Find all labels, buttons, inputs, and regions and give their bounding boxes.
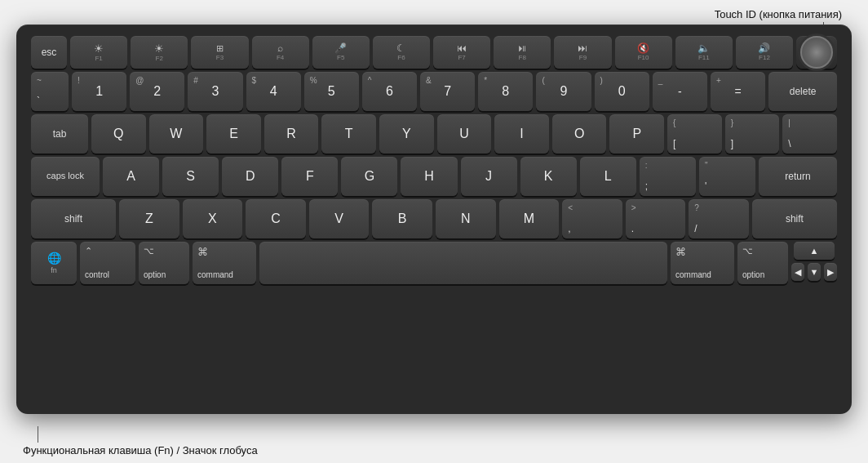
m-key[interactable]: M: [499, 199, 560, 238]
minus-key[interactable]: _ -: [653, 72, 707, 111]
control-key[interactable]: ⌃ control: [80, 242, 135, 284]
4-key[interactable]: $ 4: [246, 72, 301, 111]
touch-id-key[interactable]: [796, 36, 837, 69]
b-key[interactable]: B: [372, 199, 432, 238]
n-key[interactable]: N: [436, 199, 496, 238]
o-key[interactable]: O: [552, 114, 607, 154]
0-key[interactable]: ) 0: [595, 72, 649, 111]
v-key[interactable]: V: [309, 199, 370, 238]
f-key[interactable]: F: [281, 157, 338, 196]
command-left-key[interactable]: ⌘ command: [193, 242, 256, 284]
fn-globe-label: Функциональная клавиша (Fn) / Значок гло…: [23, 444, 258, 456]
k-key[interactable]: K: [520, 157, 577, 196]
f4-key[interactable]: ⌕ F4: [252, 36, 309, 69]
2-key[interactable]: @ 2: [130, 72, 184, 111]
comma-key[interactable]: < ,: [562, 199, 622, 238]
u-key[interactable]: U: [437, 114, 492, 154]
equals-key[interactable]: + =: [711, 72, 765, 111]
option-right-key[interactable]: ⌥ option: [737, 242, 788, 284]
f2-key[interactable]: ☀ F2: [131, 36, 188, 69]
z-key[interactable]: Z: [119, 199, 179, 238]
c-key[interactable]: C: [246, 199, 306, 238]
y-key[interactable]: Y: [379, 114, 434, 154]
d-key[interactable]: D: [222, 157, 278, 196]
rbracket-key[interactable]: } ]: [725, 114, 780, 154]
7-key[interactable]: & 7: [420, 72, 475, 111]
space-key[interactable]: [259, 242, 667, 284]
shift-right-key[interactable]: shift: [752, 199, 837, 238]
quote-key[interactable]: " ': [699, 157, 755, 196]
zxcv-row: shift Z X C V B N M < , > . ? / shift: [31, 199, 837, 238]
e-key[interactable]: E: [206, 114, 261, 154]
backslash-key[interactable]: | \: [782, 114, 837, 154]
3-key[interactable]: # 3: [188, 72, 242, 111]
caps-lock-key[interactable]: caps lock: [31, 157, 100, 196]
p-key[interactable]: P: [609, 114, 664, 154]
esc-key[interactable]: esc: [31, 36, 67, 69]
f3-key[interactable]: ⊞ F3: [191, 36, 248, 69]
r-key[interactable]: R: [264, 114, 319, 154]
1-key[interactable]: ! 1: [72, 72, 126, 111]
arrow-right-key[interactable]: ▶: [824, 263, 837, 281]
slash-key[interactable]: ? /: [689, 199, 749, 238]
f9-key[interactable]: ⏭ F9: [554, 36, 611, 69]
touch-id-label: Touch ID (кнопка питания): [715, 8, 842, 20]
s-key[interactable]: S: [162, 157, 219, 196]
tab-key[interactable]: tab: [31, 114, 88, 154]
6-key[interactable]: ^ 6: [362, 72, 417, 111]
l-key[interactable]: L: [580, 157, 636, 196]
bottom-row: 🌐 fn ⌃ control ⌥ option ⌘ command: [31, 242, 837, 284]
x-key[interactable]: X: [183, 199, 243, 238]
f10-key[interactable]: 🔇 F10: [615, 36, 672, 69]
lbracket-key[interactable]: { [: [667, 114, 722, 154]
f6-key[interactable]: ☾ F6: [373, 36, 430, 69]
backtick-key[interactable]: ~ `: [31, 72, 69, 111]
f11-key[interactable]: 🔈 F11: [675, 36, 733, 69]
f1-key[interactable]: ☀ F1: [70, 36, 127, 69]
arrow-left-key[interactable]: ◀: [791, 263, 804, 281]
period-key[interactable]: > .: [626, 199, 686, 238]
fn-key-row: esc ☀ F1 ☀ F2 ⊞ F3 ⌕ F4 🎤 F5: [31, 36, 837, 69]
fn-globe-key[interactable]: 🌐 fn: [31, 242, 77, 284]
f12-key[interactable]: 🔊 F12: [736, 36, 793, 69]
command-right-key[interactable]: ⌘ command: [671, 242, 734, 284]
arrow-key-cluster: ▲ ◀ ▼ ▶: [791, 242, 837, 284]
return-key[interactable]: return: [759, 157, 837, 196]
keyboard: esc ☀ F1 ☀ F2 ⊞ F3 ⌕ F4 🎤 F5: [16, 24, 852, 414]
qwerty-row: tab Q W E R T Y U I O P { [ } ] | \: [31, 114, 837, 154]
f7-key[interactable]: ⏮ F7: [433, 36, 490, 69]
i-key[interactable]: I: [494, 114, 549, 154]
f8-key[interactable]: ⏯ F8: [494, 36, 551, 69]
keyboard-rows: esc ☀ F1 ☀ F2 ⊞ F3 ⌕ F4 🎤 F5: [31, 36, 837, 404]
arrow-up-key[interactable]: ▲: [794, 242, 835, 260]
annotation-fn-globe: Функциональная клавиша (Fn) / Значок гло…: [23, 426, 258, 456]
9-key[interactable]: ( 9: [536, 72, 591, 111]
number-row: ~ ` ! 1 @ 2 # 3 $ 4 % 5: [31, 72, 837, 111]
arrow-down-key[interactable]: ▼: [808, 263, 821, 281]
q-key[interactable]: Q: [91, 114, 146, 154]
t-key[interactable]: T: [321, 114, 376, 154]
5-key[interactable]: % 5: [304, 72, 359, 111]
shift-left-key[interactable]: shift: [31, 199, 116, 238]
delete-key[interactable]: delete: [768, 72, 837, 111]
option-left-key[interactable]: ⌥ option: [139, 242, 189, 284]
j-key[interactable]: J: [461, 157, 517, 196]
semicolon-key[interactable]: : ;: [640, 157, 696, 196]
8-key[interactable]: * 8: [478, 72, 533, 111]
asdf-row: caps lock A S D F G H J K L : ; " ' retu…: [31, 157, 837, 196]
f5-key[interactable]: 🎤 F5: [312, 36, 370, 69]
h-key[interactable]: H: [401, 157, 457, 196]
a-key[interactable]: A: [103, 157, 159, 196]
g-key[interactable]: G: [341, 157, 397, 196]
w-key[interactable]: W: [149, 114, 204, 154]
